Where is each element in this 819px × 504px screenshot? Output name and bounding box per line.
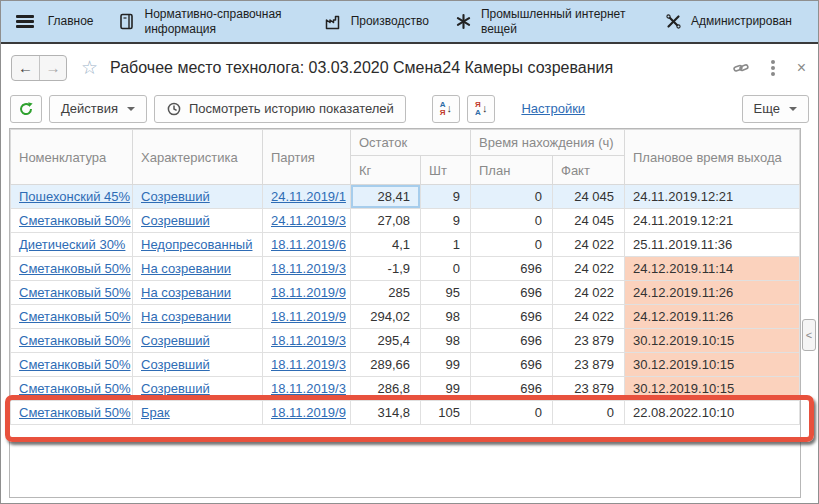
planned_exit-cell[interactable]: 24.11.2019.12:21: [625, 185, 800, 209]
plan-cell[interactable]: 696: [471, 329, 553, 353]
planned_exit-cell[interactable]: 24.11.2019.12:21: [625, 209, 800, 233]
fact-cell[interactable]: 24 045: [553, 185, 625, 209]
main-menu-icon[interactable]: [16, 15, 34, 28]
characteristic-link[interactable]: Брак: [141, 405, 170, 420]
table-row[interactable]: Сметанковый 50%На созревании18.11.2019/3…: [11, 257, 800, 281]
fact-cell[interactable]: 24 022: [553, 233, 625, 257]
planned_exit-cell[interactable]: 22.08.2022.10:10: [625, 401, 800, 425]
planned_exit-cell[interactable]: 30.12.2019.10:15: [625, 353, 800, 377]
section-production[interactable]: Производство: [325, 14, 429, 30]
plan-cell[interactable]: 696: [471, 257, 553, 281]
fact-cell[interactable]: 23 879: [553, 377, 625, 401]
fact-cell[interactable]: 24 022: [553, 257, 625, 281]
fact-cell[interactable]: 23 879: [553, 353, 625, 377]
batch-link[interactable]: 18.11.2019/6: [271, 237, 346, 252]
nomenclature-link[interactable]: Диетический 30%: [19, 237, 125, 252]
favorite-star-icon[interactable]: ☆: [81, 56, 98, 79]
plan-cell[interactable]: 0: [471, 233, 553, 257]
characteristic-link[interactable]: На созревании: [141, 285, 231, 300]
table-row[interactable]: Сметанковый 50%Брак18.11.2019/9314,81050…: [11, 401, 800, 425]
actions-button[interactable]: Действия: [49, 95, 147, 123]
collapse-panel-button[interactable]: <: [802, 319, 816, 351]
get-link-icon[interactable]: [733, 61, 749, 75]
col-header-planned-exit[interactable]: Плановое время выхода: [625, 130, 800, 185]
plan-cell[interactable]: 696: [471, 281, 553, 305]
characteristic-link[interactable]: Созревший: [141, 333, 210, 348]
kg-cell[interactable]: -1,9: [351, 257, 421, 281]
plan-cell[interactable]: 0: [471, 401, 553, 425]
fact-cell[interactable]: 23 879: [553, 329, 625, 353]
col-header-batch[interactable]: Партия: [263, 130, 351, 185]
pcs-cell[interactable]: 1: [421, 233, 471, 257]
characteristic-link[interactable]: Созревший: [141, 189, 210, 204]
planned_exit-cell[interactable]: 30.12.2019.10:15: [625, 329, 800, 353]
pcs-cell[interactable]: 99: [421, 377, 471, 401]
nomenclature-link[interactable]: Сметанковый 50%: [19, 285, 131, 300]
kg-cell[interactable]: 294,02: [351, 305, 421, 329]
pcs-cell[interactable]: 9: [421, 209, 471, 233]
col-header-nomenclature[interactable]: Номенклатура: [11, 130, 133, 185]
batch-link[interactable]: 24.11.2019/1: [271, 189, 346, 204]
sort-descending-button[interactable]: ЯА ↓: [467, 95, 495, 123]
section-reference-info[interactable]: Нормативно-справочная информация: [119, 7, 298, 36]
nomenclature-link[interactable]: Сметанковый 50%: [19, 333, 131, 348]
batch-link[interactable]: 18.11.2019/3: [271, 357, 346, 372]
table-row[interactable]: Сметанковый 50%Созревший18.11.2019/3286,…: [11, 377, 800, 401]
forward-button[interactable]: →: [39, 56, 66, 80]
kg-cell[interactable]: 28,41: [351, 185, 421, 209]
pcs-cell[interactable]: 0: [421, 257, 471, 281]
plan-cell[interactable]: 0: [471, 209, 553, 233]
nomenclature-link[interactable]: Пошехонский 45%: [19, 189, 130, 204]
characteristic-link[interactable]: На созревании: [141, 261, 231, 276]
nomenclature-link[interactable]: Сметанковый 50%: [19, 309, 131, 324]
fact-cell[interactable]: 24 022: [553, 281, 625, 305]
kg-cell[interactable]: 286,8: [351, 377, 421, 401]
table-row[interactable]: Пошехонский 45%Созревший24.11.2019/128,4…: [11, 185, 800, 209]
nomenclature-link[interactable]: Сметанковый 50%: [19, 213, 131, 228]
fact-cell[interactable]: 24 022: [553, 305, 625, 329]
table-row[interactable]: Сметанковый 50%На созревании18.11.2019/9…: [11, 281, 800, 305]
col-header-pcs[interactable]: Шт: [421, 156, 471, 185]
back-button[interactable]: ←: [12, 56, 39, 80]
refresh-button[interactable]: [10, 95, 42, 123]
kg-cell[interactable]: 27,08: [351, 209, 421, 233]
batch-link[interactable]: 24.11.2019/3: [271, 213, 346, 228]
fact-cell[interactable]: 0: [553, 401, 625, 425]
plan-cell[interactable]: 696: [471, 377, 553, 401]
batch-link[interactable]: 18.11.2019/3: [271, 333, 346, 348]
batch-link[interactable]: 18.11.2019/9: [271, 285, 346, 300]
table-row[interactable]: Сметанковый 50%Созревший24.11.2019/327,0…: [11, 209, 800, 233]
kg-cell[interactable]: 285: [351, 281, 421, 305]
table-row[interactable]: Сметанковый 50%Созревший18.11.2019/3289,…: [11, 353, 800, 377]
more-menu-icon[interactable]: [769, 66, 777, 70]
planned_exit-cell[interactable]: 24.12.2019.11:14: [625, 257, 800, 281]
planned_exit-cell[interactable]: 24.12.2019.11:26: [625, 281, 800, 305]
col-header-remainder[interactable]: Остаток: [351, 130, 471, 156]
nomenclature-link[interactable]: Сметанковый 50%: [19, 405, 131, 420]
col-header-dwell-time[interactable]: Время нахождения (ч): [471, 130, 625, 156]
pcs-cell[interactable]: 95: [421, 281, 471, 305]
plan-cell[interactable]: 0: [471, 185, 553, 209]
planned_exit-cell[interactable]: 30.12.2019.10:15: [625, 377, 800, 401]
kg-cell[interactable]: 4,1: [351, 233, 421, 257]
table-row[interactable]: Сметанковый 50%Созревший18.11.2019/3295,…: [11, 329, 800, 353]
nomenclature-link[interactable]: Сметанковый 50%: [19, 357, 131, 372]
more-button[interactable]: Еще: [742, 95, 809, 123]
nomenclature-link[interactable]: Сметанковый 50%: [19, 261, 131, 276]
plan-cell[interactable]: 696: [471, 305, 553, 329]
pcs-cell[interactable]: 98: [421, 305, 471, 329]
characteristic-link[interactable]: Недопресованный: [141, 237, 252, 252]
col-header-kg[interactable]: Кг: [351, 156, 421, 185]
pcs-cell[interactable]: 105: [421, 401, 471, 425]
settings-link[interactable]: Настройки: [521, 101, 585, 116]
col-header-fact[interactable]: Факт: [553, 156, 625, 185]
batch-link[interactable]: 18.11.2019/9: [271, 405, 346, 420]
table-row[interactable]: Сметанковый 50%На созревании18.11.2019/9…: [11, 305, 800, 329]
pcs-cell[interactable]: 98: [421, 329, 471, 353]
section-iot[interactable]: Промышленный интернет вещей: [455, 7, 639, 36]
batch-link[interactable]: 18.11.2019/3: [271, 261, 346, 276]
kg-cell[interactable]: 314,8: [351, 401, 421, 425]
pcs-cell[interactable]: 9: [421, 185, 471, 209]
section-main[interactable]: Главное: [48, 14, 94, 28]
plan-cell[interactable]: 696: [471, 353, 553, 377]
